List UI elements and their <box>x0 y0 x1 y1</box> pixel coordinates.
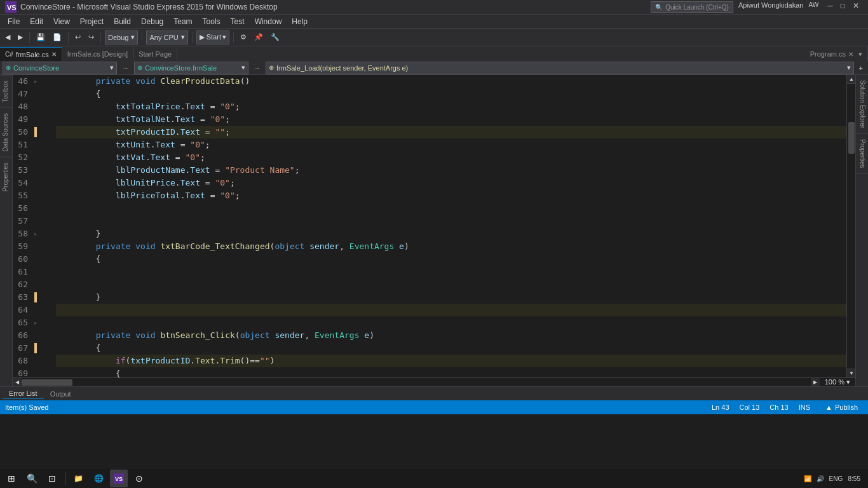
menu-item-debug[interactable]: Debug <box>136 16 168 27</box>
task-view-button[interactable]: ⊡ <box>43 470 61 487</box>
tab-bar: C# frmSale.cs ✕ frmSale.cs [Design] Star… <box>0 46 868 61</box>
output-tab[interactable]: Output <box>44 389 78 399</box>
code-line-55: lblPriceTotal.Text = "0"; <box>56 189 846 202</box>
search-box[interactable]: 🔍 Quick Launch (Ctrl+Q) <box>651 1 733 13</box>
data-sources-tab[interactable]: Data Sources <box>0 107 12 157</box>
solution-explorer-tab[interactable]: Solution Explorer <box>856 75 868 134</box>
network-icon: 📶 <box>804 475 811 482</box>
tab-frmsale-cs[interactable]: C# frmSale.cs ✕ <box>0 47 62 61</box>
toolbox-tab[interactable]: Toolbox <box>0 75 12 107</box>
code-line-58: } <box>56 227 846 240</box>
chrome-button[interactable]: 🌐 <box>90 470 107 487</box>
expand-icon-58[interactable]: ▸ <box>34 231 37 237</box>
tab-start-page[interactable]: Start Page <box>133 47 177 61</box>
search-taskbar-button[interactable]: 🔍 <box>23 470 41 487</box>
nav-expand-button[interactable]: + <box>857 64 865 72</box>
minimize-button[interactable]: ─ <box>824 1 837 13</box>
publish-button[interactable]: ▲ Publish <box>820 403 863 411</box>
code-line-69: { <box>56 367 846 377</box>
redo-button[interactable]: ↪ <box>86 30 97 44</box>
properties-right-tab[interactable]: Properties <box>856 134 868 174</box>
horizontal-scrollbar[interactable]: ◀ ▶ 100 % ▾ <box>13 377 855 386</box>
zoom-indicator: 100 % ▾ <box>820 378 855 386</box>
menu-item-build[interactable]: Build <box>109 16 136 27</box>
clock: ENG 8:55 <box>829 475 860 482</box>
scroll-thumb[interactable] <box>848 122 855 154</box>
volume-icon: 🔊 <box>817 475 824 482</box>
tab-frmsale-design[interactable]: frmSale.cs [Design] <box>62 47 133 61</box>
save-all-button[interactable]: 📄 <box>50 30 64 44</box>
namespace-nav-dropdown[interactable]: ⊕ ConvinceStore.frmSale ▾ <box>134 62 248 74</box>
close-tab-frmsale[interactable]: ✕ <box>51 51 57 58</box>
code-line-62 <box>56 278 846 291</box>
scroll-right-button[interactable]: ▶ <box>811 378 820 387</box>
code-line-67: { <box>56 342 846 355</box>
menu-item-tools[interactable]: Tools <box>198 16 226 27</box>
window-title: ConvinceStore - Microsoft Visual Studio … <box>20 3 651 11</box>
code-line-63: } <box>56 291 846 304</box>
forward-button[interactable]: ▶ <box>15 30 25 44</box>
scroll-down-button[interactable]: ▼ <box>847 369 855 377</box>
left-sidebar: Toolbox Data Sources Properties <box>0 75 13 386</box>
menu-item-project[interactable]: Project <box>75 16 109 27</box>
code-line-49: txtTotalNet.Text = "0"; <box>56 113 846 126</box>
undo-button[interactable]: ↩ <box>72 30 83 44</box>
restore-button[interactable]: □ <box>837 1 849 13</box>
tab-dropdown-button[interactable]: ▾ <box>858 50 862 58</box>
code-line-51: txtUnit.Text = "0"; <box>56 139 846 151</box>
menu-item-test[interactable]: Test <box>226 16 250 27</box>
error-list-tab[interactable]: Error List <box>3 388 44 399</box>
code-line-68: if(txtProductID.Text.Trim()=="") <box>56 355 846 367</box>
menu-item-edit[interactable]: Edit <box>25 16 48 27</box>
class-nav-dropdown[interactable]: ⊕ ConvinceStore ▾ <box>3 62 117 74</box>
horiz-track[interactable] <box>22 378 811 387</box>
toolbar-extra1[interactable]: ⚙ <box>238 30 249 44</box>
menu-item-view[interactable]: View <box>48 16 75 27</box>
scroll-up-button[interactable]: ▲ <box>847 75 855 84</box>
menu-item-file[interactable]: File <box>3 16 25 27</box>
toolbar-extra3[interactable]: 🔧 <box>268 30 282 44</box>
menu-item-team[interactable]: Team <box>168 16 197 27</box>
menu-item-help[interactable]: Help <box>287 16 313 27</box>
code-line-47: { <box>56 88 846 100</box>
cpu-config-dropdown[interactable]: Any CPU ▾ <box>146 30 187 44</box>
bottom-panel-tabs: Error List Output <box>0 386 868 400</box>
publish-label: Publish <box>835 403 858 411</box>
expand-icon-65[interactable]: ▸ <box>34 320 37 326</box>
ch-status: Ch 13 <box>770 403 788 411</box>
file-explorer-button[interactable]: 📁 <box>69 470 87 487</box>
status-bar: Item(s) Saved Ln 43 Col 13 Ch 13 INS ▲ P… <box>0 400 868 414</box>
save-button[interactable]: 💾 <box>34 30 48 44</box>
properties-left-tab[interactable]: Properties <box>0 157 12 197</box>
toolbar-extra2[interactable]: 📌 <box>252 30 266 44</box>
col-status: Col 13 <box>740 403 760 411</box>
back-button[interactable]: ◀ <box>3 30 13 44</box>
code-line-48: txtTotalPrice.Text = "0"; <box>56 100 846 113</box>
scroll-left-button[interactable]: ◀ <box>13 378 22 387</box>
code-editor-container: 46▸ 47 48 49 50 51 52 53 54 55 56 57 58▸… <box>13 75 855 386</box>
main-content: Toolbox Data Sources Properties 46▸ 47 4… <box>0 75 868 386</box>
method-nav-dropdown[interactable]: ⊕ frmSale_Load(object sender, EventArgs … <box>266 62 854 74</box>
tab-program-cs[interactable]: Program.cs ✕ ▾ <box>805 47 868 61</box>
code-line-52: txtVat.Text = "0"; <box>56 151 846 164</box>
horiz-thumb[interactable] <box>22 379 72 386</box>
quick-launch-label[interactable]: Quick Launch (Ctrl+Q) <box>665 4 729 11</box>
systray: 📶 🔊 ENG 8:55 <box>804 475 860 482</box>
publish-icon: ▲ <box>825 403 832 411</box>
title-bar: VS ConvinceStore - Microsoft Visual Stud… <box>0 0 868 14</box>
vertical-scrollbar[interactable]: ▲ ▼ <box>846 75 855 377</box>
expand-icon-46[interactable]: ▸ <box>34 78 37 85</box>
start-menu-button[interactable]: ⊞ <box>3 470 20 487</box>
code-content[interactable]: private void ClearProductData() { txtTot… <box>51 75 846 377</box>
zoom-dropdown[interactable]: ▾ <box>846 378 850 386</box>
app-logo: VS <box>5 1 17 13</box>
menu-item-window[interactable]: Window <box>250 16 287 27</box>
status-position: Ln 43 Col 13 Ch 13 INS <box>712 403 810 411</box>
close-tab-program[interactable]: ✕ <box>848 51 853 58</box>
code-line-59: private void txtBarCode_TextChanged(obje… <box>56 240 846 253</box>
close-button[interactable]: ✕ <box>849 1 863 13</box>
app-button-5[interactable]: ⊙ <box>130 470 148 487</box>
debug-config-dropdown[interactable]: Debug ▾ <box>105 30 138 44</box>
start-button[interactable]: ▶ Start ▾ <box>196 30 229 44</box>
vs-taskbar-button[interactable]: VS <box>110 470 128 487</box>
